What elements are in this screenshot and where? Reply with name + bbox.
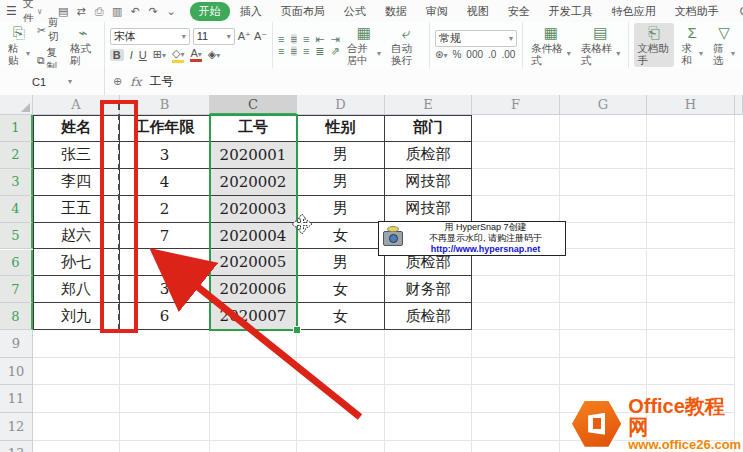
cell-C7[interactable]: 2020006	[210, 276, 297, 303]
grid-cell[interactable]	[560, 142, 647, 169]
cell-B8[interactable]: 6	[120, 303, 210, 330]
menu-tab-安全[interactable]: 安全	[499, 2, 539, 21]
grid-cell[interactable]	[210, 413, 297, 441]
export-icon[interactable]: ⇄	[73, 3, 90, 19]
cell-D4[interactable]: 男	[297, 196, 385, 223]
cell-C5[interactable]: 2020004	[210, 223, 297, 250]
grid-cell[interactable]	[647, 115, 735, 142]
cell-B3[interactable]: 4	[120, 169, 210, 196]
grid-cell[interactable]	[560, 303, 647, 330]
grid-cell[interactable]	[33, 441, 120, 452]
watermark-link[interactable]: http://www.hypersnap.net	[431, 244, 541, 255]
decrease-decimal-button[interactable]: .00	[501, 49, 515, 60]
cell-B2[interactable]: 3	[120, 142, 210, 169]
row-header-5[interactable]: 5	[0, 223, 33, 250]
column-header-C[interactable]: C	[210, 95, 297, 115]
column-header-E[interactable]: E	[385, 95, 472, 115]
cell-A4[interactable]: 王五	[33, 196, 120, 223]
cell-A5[interactable]: 赵六	[33, 223, 120, 250]
number-format-select[interactable]: 常规▾	[435, 30, 517, 47]
grid-cell[interactable]	[210, 441, 297, 452]
grid-cell[interactable]	[472, 276, 560, 303]
column-header-H[interactable]: H	[647, 95, 735, 115]
font-name-select[interactable]: 宋体▾	[110, 28, 190, 45]
grid-cell[interactable]	[297, 441, 385, 452]
cell-D1[interactable]: 性别	[297, 115, 385, 142]
menu-tab-开始[interactable]: 开始	[190, 2, 230, 21]
grid-cell[interactable]	[297, 413, 385, 441]
menu-tab-数据[interactable]: 数据	[376, 2, 416, 21]
menu-tab-视图[interactable]: 视图	[458, 2, 498, 21]
column-header-partial[interactable]	[735, 95, 743, 115]
cell-D7[interactable]: 女	[297, 276, 385, 303]
align-right-button[interactable]: ≡	[303, 46, 309, 56]
fx-icon[interactable]: fx	[130, 75, 141, 89]
row-header-11[interactable]: 11	[0, 385, 33, 413]
indent-decrease-button[interactable]: ⇤	[315, 34, 324, 44]
percent-button[interactable]: %	[452, 49, 461, 60]
cell-E7[interactable]: 财务部	[385, 276, 472, 303]
font-size-select[interactable]: 11▾	[193, 28, 235, 45]
justify-button[interactable]: ≣	[315, 46, 324, 56]
grid-cell[interactable]	[647, 223, 735, 250]
column-header-D[interactable]: D	[297, 95, 385, 115]
select-all-corner[interactable]	[0, 95, 33, 115]
cell-E1[interactable]: 部门	[385, 115, 472, 142]
cell-D8[interactable]: 女	[297, 303, 385, 330]
align-top-button[interactable]: ≡	[278, 34, 284, 44]
grid-cell[interactable]	[647, 169, 735, 196]
comma-style-button[interactable]: 000	[466, 49, 483, 60]
grid-cell[interactable]	[120, 441, 210, 452]
cell-E8[interactable]: 质检部	[385, 303, 472, 330]
conditional-format-button[interactable]: ▦ 条件格式▾	[528, 23, 574, 66]
paste-button[interactable]: ⎘ 粘贴▾	[5, 23, 33, 66]
cell-A2[interactable]: 张三	[33, 142, 120, 169]
grid-cell[interactable]	[385, 413, 472, 441]
grid-cell[interactable]	[560, 276, 647, 303]
grid-cell[interactable]	[472, 385, 560, 413]
accounting-format-button[interactable]: ⊛▾	[435, 49, 447, 60]
grid-cell[interactable]	[647, 196, 735, 223]
cell-C1[interactable]: 工号	[210, 115, 297, 142]
table-style-button[interactable]: ▤ 表格样式▾	[578, 23, 624, 66]
align-middle-button[interactable]: ≡	[291, 34, 297, 44]
grid-cell[interactable]	[560, 115, 647, 142]
menu-tab-页面布局[interactable]: 页面布局	[272, 2, 334, 21]
grid-cell[interactable]	[560, 223, 647, 250]
grid-cell[interactable]	[560, 358, 647, 386]
formula-input[interactable]: 工号	[149, 73, 173, 90]
menu-tab-审阅[interactable]: 审阅	[417, 2, 457, 21]
more-icon[interactable]: ⌄	[163, 3, 180, 19]
row-header-2[interactable]: 2	[0, 142, 33, 169]
cell-D6[interactable]: 男	[297, 250, 385, 277]
cell-B1[interactable]: 工作年限	[120, 115, 210, 142]
cell-A3[interactable]: 李四	[33, 169, 120, 196]
row-header-4[interactable]: 4	[0, 196, 33, 223]
cell-D5[interactable]: 女	[297, 223, 385, 250]
grid-cell[interactable]	[120, 358, 210, 386]
cell-B7[interactable]: 3	[120, 276, 210, 303]
grid-cell[interactable]	[647, 303, 735, 330]
cell-B6[interactable]: 4	[120, 250, 210, 277]
font-decrease-button[interactable]: A⁻	[254, 30, 267, 43]
column-header-F[interactable]: F	[472, 95, 560, 115]
print-icon[interactable]: ⎙	[91, 3, 108, 19]
grid-cell[interactable]	[647, 276, 735, 303]
grid-cell[interactable]	[560, 196, 647, 223]
cell-B4[interactable]: 2	[120, 196, 210, 223]
cell-C6[interactable]: 2020005	[210, 250, 297, 277]
grid-cell[interactable]	[472, 115, 560, 142]
grid-cell[interactable]	[120, 413, 210, 441]
grid-cell[interactable]	[472, 142, 560, 169]
grid-cell[interactable]	[210, 330, 297, 358]
indent-increase-button[interactable]: ⇥	[331, 34, 340, 44]
grid-cell[interactable]	[472, 441, 560, 452]
grid-cell[interactable]	[385, 385, 472, 413]
cut-button[interactable]: ✂剪切	[37, 16, 63, 44]
align-bottom-button[interactable]: ≡	[303, 34, 309, 44]
grid-cell[interactable]	[560, 250, 647, 277]
menu-tab-文档助手[interactable]: 文档助手	[666, 2, 728, 21]
grid-cell[interactable]	[297, 358, 385, 386]
cell-A7[interactable]: 郑八	[33, 276, 120, 303]
grid-cell[interactable]	[560, 330, 647, 358]
